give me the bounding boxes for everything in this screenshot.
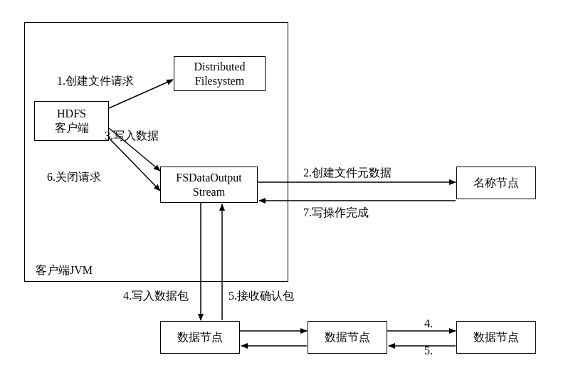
hdfs-client-box: HDFS 客户端 (34, 101, 109, 141)
label-2: 2.创建文件元数据 (303, 166, 392, 181)
label-4b: 4. (424, 317, 433, 330)
distributed-filesystem-box: Distributed Filesystem (174, 56, 266, 91)
data-node-1-label: 数据节点 (177, 330, 223, 344)
hdfs-client-line2: 客户端 (55, 121, 89, 135)
label-5: 5.接收确认包 (229, 289, 294, 304)
name-node-label: 名称节点 (473, 176, 519, 190)
label-6: 6.关闭请求 (47, 170, 101, 185)
label-1: 1.创建文件请求 (57, 74, 134, 89)
data-node-3-label: 数据节点 (473, 330, 519, 344)
label-7: 7.写操作完成 (303, 206, 369, 221)
fsdataoutputstream-box: FSDataOutput Stream (160, 167, 258, 203)
hdfs-client-line1: HDFS (57, 107, 86, 121)
data-node-2-box: 数据节点 (308, 321, 387, 354)
distributed-filesystem-line1: Distributed (194, 60, 246, 74)
fsdataoutputstream-line2: Stream (193, 185, 225, 199)
diagram-canvas: 客户端JVM HDFS 客户端 Distributed Filesystem F… (0, 0, 588, 385)
label-5b: 5. (424, 344, 433, 357)
label-4: 4.写入数据包 (123, 289, 189, 304)
data-node-3-box: 数据节点 (456, 321, 536, 354)
label-3: 3.写入数据 (105, 129, 159, 144)
name-node-box: 名称节点 (456, 167, 536, 199)
data-node-1-box: 数据节点 (160, 321, 240, 354)
distributed-filesystem-line2: Filesystem (195, 74, 244, 88)
client-jvm-label: 客户端JVM (36, 263, 93, 278)
fsdataoutputstream-line1: FSDataOutput (176, 171, 241, 185)
data-node-2-label: 数据节点 (325, 330, 370, 344)
